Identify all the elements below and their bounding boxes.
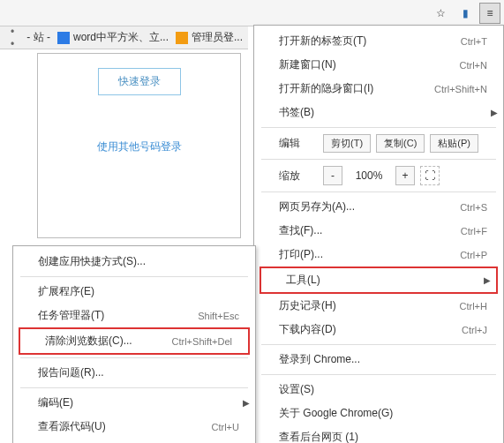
menu-settings[interactable]: 设置(S) [254, 378, 503, 402]
quick-login-button[interactable]: 快速登录 [98, 68, 181, 95]
submenu-task-manager[interactable]: 任务管理器(T)Shift+Esc [13, 304, 255, 327]
paste-button[interactable]: 粘贴(P) [430, 134, 478, 153]
menu-print[interactable]: 打印(P)...Ctrl+P [254, 243, 503, 267]
menu-zoom-row: 缩放 - 100% + ⛶ [254, 162, 503, 189]
zoom-out-button[interactable]: - [323, 166, 342, 185]
browser-toolbar: ☆ ▮ ≡ [0, 0, 504, 26]
menu-signin[interactable]: 登录到 Chrome... [254, 348, 503, 372]
tab-bar: • • - 站 - word中平方米、立... 管理员登... [0, 26, 248, 49]
zoom-label: 缩放 [279, 169, 318, 184]
menu-about[interactable]: 关于 Google Chrome(G) [254, 402, 503, 425]
chevron-right-icon: ▶ [491, 108, 498, 117]
star-icon[interactable]: ☆ [430, 3, 451, 24]
menu-background-pages[interactable]: 查看后台网页 (1) [254, 425, 503, 443]
submenu-extensions[interactable]: 扩展程序(E) [13, 280, 255, 304]
menu-bookmarks[interactable]: 书签(B)▶ [254, 101, 503, 124]
menu-tools[interactable]: 工具(L)▶ [261, 268, 496, 292]
menu-find[interactable]: 查找(F)...Ctrl+F [254, 219, 503, 243]
tab-2[interactable]: word中平方米、立... [57, 30, 169, 45]
fullscreen-button[interactable]: ⛶ [420, 166, 440, 185]
menu-edit-row: 编辑 剪切(T) 复制(C) 粘贴(P) [254, 131, 503, 156]
copy-button[interactable]: 复制(C) [376, 134, 425, 153]
submenu-report-issue[interactable]: 报告问题(R)... [13, 361, 255, 385]
submenu-encoding[interactable]: 编码(E)▶ [13, 391, 255, 415]
zoom-in-button[interactable]: + [395, 166, 415, 185]
zoom-value: 100% [348, 169, 390, 182]
chrome-main-menu: 打开新的标签页(T)Ctrl+T 新建窗口(N)Ctrl+N 打开新的隐身窗口(… [253, 25, 504, 443]
tab-1[interactable]: - 站 - [26, 30, 50, 45]
tab-3[interactable]: 管理员登... [176, 30, 243, 45]
menu-new-tab[interactable]: 打开新的标签页(T)Ctrl+T [254, 29, 503, 53]
cut-button[interactable]: 剪切(T) [323, 134, 371, 153]
menu-new-window[interactable]: 新建窗口(N)Ctrl+N [254, 53, 503, 77]
submenu-clear-browsing-data[interactable]: 清除浏览数据(C)...Ctrl+Shift+Del [20, 329, 248, 353]
edit-label: 编辑 [279, 136, 318, 151]
submenu-devtools[interactable]: 开发者工具(I)Ctrl+Shift+I [13, 439, 255, 443]
tools-submenu: 创建应用快捷方式(S)... 扩展程序(E) 任务管理器(T)Shift+Esc… [12, 245, 256, 443]
admin-icon [176, 32, 188, 44]
submenu-create-shortcut[interactable]: 创建应用快捷方式(S)... [13, 250, 255, 274]
chevron-right-icon: ▶ [243, 398, 250, 408]
menu-save-as[interactable]: 网页另存为(A)...Ctrl+S [254, 195, 503, 219]
submenu-view-source[interactable]: 查看源代码(U)Ctrl+U [13, 415, 255, 439]
menu-icon[interactable]: ≡ [479, 3, 500, 24]
tab-overflow-left: • • [5, 26, 19, 49]
menu-downloads[interactable]: 下载内容(D)Ctrl+J [254, 318, 503, 342]
chevron-right-icon: ▶ [484, 275, 491, 285]
menu-history[interactable]: 历史记录(H)Ctrl+H [254, 294, 503, 318]
alt-login-link[interactable]: 使用其他号码登录 [47, 139, 231, 154]
bookmark-icon[interactable]: ▮ [455, 3, 476, 24]
word-icon [57, 32, 70, 44]
menu-incognito[interactable]: 打开新的隐身窗口(I)Ctrl+Shift+N [254, 77, 503, 101]
